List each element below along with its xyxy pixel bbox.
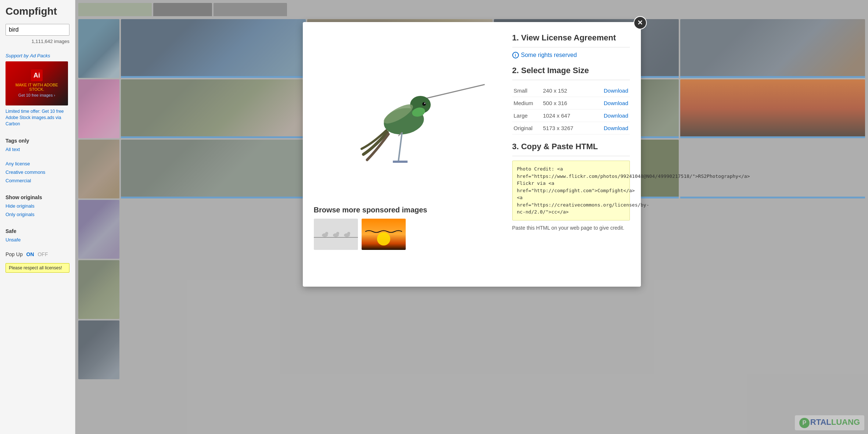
size-table: Small 240 x 152 Download Medium 500 x 31… <box>512 85 630 134</box>
sidebar: Compfight 1,111,642 images Support by Ad… <box>0 0 75 434</box>
browse-thumb-2-svg <box>362 219 406 250</box>
svg-point-5 <box>424 103 425 104</box>
commercial-link[interactable]: Commercial <box>6 178 69 183</box>
modal-right: 1. View License Agreement i Some rights … <box>512 33 630 276</box>
size-dims-large: 1024 x 647 <box>542 110 578 122</box>
download-large[interactable]: Download <box>578 110 630 122</box>
svg-point-14 <box>325 232 328 235</box>
svg-point-18 <box>347 232 350 235</box>
download-small[interactable]: Download <box>578 85 630 97</box>
table-row: Large 1024 x 647 Download <box>512 110 630 122</box>
browse-thumb-1-svg <box>314 219 358 250</box>
modal-image <box>314 33 501 195</box>
modal-left: Browse more sponsored images <box>314 33 501 276</box>
close-button[interactable]: ✕ <box>634 16 647 29</box>
ad-headline: MAKE IT WITH ADOBE STOCK. <box>8 83 65 92</box>
divider-1 <box>512 47 630 47</box>
only-originals-link[interactable]: Only originals <box>6 212 69 217</box>
svg-point-16 <box>336 232 339 235</box>
license-link[interactable]: Some rights reserved <box>521 52 577 58</box>
download-original[interactable]: Download <box>578 122 630 134</box>
safe-label: Safe <box>6 228 69 234</box>
download-medium[interactable]: Download <box>578 97 630 110</box>
hummingbird-svg <box>330 37 485 191</box>
modal-overlay: ✕ <box>75 0 868 434</box>
section3-heading: 3. Copy & Paste HTML <box>512 142 630 151</box>
section2-heading: 2. Select Image Size <box>512 66 630 75</box>
main-area: ✕ <box>75 0 868 434</box>
popup-off[interactable]: OFF <box>37 251 48 257</box>
table-row: Small 240 x 152 Download <box>512 85 630 97</box>
svg-point-4 <box>422 102 426 106</box>
section1-heading: 1. View License Agreement <box>512 33 630 43</box>
site-logo: Compfight <box>6 6 69 17</box>
ad-banner[interactable]: Ai MAKE IT WITH ADOBE STOCK. Get 10 free… <box>6 61 68 105</box>
divider-3 <box>512 156 630 156</box>
popup-on[interactable]: ON <box>26 251 34 257</box>
creative-commons-link[interactable]: Creative commons <box>6 169 69 175</box>
support-label: Support by Ad Packs <box>6 53 69 58</box>
hide-originals-link[interactable]: Hide originals <box>6 203 69 209</box>
info-icon: i <box>512 52 519 58</box>
modal-dialog: ✕ <box>303 22 641 287</box>
unsafe-link[interactable]: Unsafe <box>6 237 69 243</box>
ad-carbon-link[interactable]: Limited time offer: Get 10 free Adobe St… <box>6 108 69 127</box>
size-dims-small: 240 x 152 <box>542 85 578 97</box>
search-input[interactable] <box>6 24 69 36</box>
license-row: i Some rights reserved <box>512 52 630 58</box>
browse-title: Browse more sponsored images <box>314 206 501 214</box>
license-notice: Please respect all licenses! <box>6 263 69 273</box>
divider-2 <box>512 80 630 80</box>
html-code-box[interactable]: Photo Credit: <a href="https://www.flick… <box>512 161 630 220</box>
size-label-original: Original <box>512 122 542 134</box>
image-count: 1,111,642 images <box>6 39 69 44</box>
ad-cta[interactable]: Get 10 free images › <box>18 93 55 97</box>
popup-toggle: Pop Up ON OFF <box>6 251 69 257</box>
size-label-small: Small <box>512 85 542 97</box>
ad-logo-icon: Ai <box>31 69 43 81</box>
size-label-large: Large <box>512 110 542 122</box>
support-link[interactable]: Ad Packs <box>30 53 50 58</box>
svg-point-20 <box>377 232 390 245</box>
any-license-link[interactable]: Any license <box>6 161 69 166</box>
size-dims-medium: 500 x 316 <box>542 97 578 110</box>
all-text-link[interactable]: All text <box>6 147 69 152</box>
size-dims-original: 5173 x 3267 <box>542 122 578 134</box>
browse-thumb-1[interactable] <box>314 219 358 250</box>
svg-rect-12 <box>314 237 358 238</box>
size-label-medium: Medium <box>512 97 542 110</box>
table-row: Medium 500 x 316 Download <box>512 97 630 110</box>
browse-thumb-2[interactable] <box>362 219 406 250</box>
paste-instruction: Paste this HTML on your web page to give… <box>512 224 630 232</box>
browse-section: Browse more sponsored images <box>314 206 501 250</box>
browse-thumbs <box>314 219 501 250</box>
show-originals-label: Show originals <box>6 194 69 200</box>
tags-only-label: Tags only <box>6 138 69 144</box>
table-row: Original 5173 x 3267 Download <box>512 122 630 134</box>
